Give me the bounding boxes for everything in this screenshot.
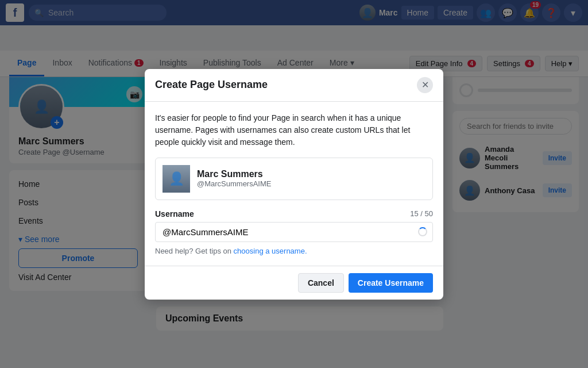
username-label-row: Username 15 / 50: [155, 209, 433, 218]
modal-header: Create Page Username ✕: [145, 69, 443, 102]
username-input[interactable]: [155, 222, 433, 242]
cancel-button[interactable]: Cancel: [298, 273, 344, 293]
create-username-button[interactable]: Create Username: [349, 273, 433, 293]
page-preview-info: Marc Summers @MarcSummersAIME: [197, 169, 272, 188]
modal-overlay[interactable]: Create Page Username ✕ It's easier for p…: [0, 0, 588, 340]
modal-close-button[interactable]: ✕: [417, 77, 433, 93]
username-spinner: [418, 227, 427, 236]
username-char-count: 15 / 50: [410, 209, 433, 218]
page-preview-avatar: 👤: [163, 165, 190, 193]
page-preview-handle: @MarcSummersAIME: [197, 179, 272, 188]
modal-title: Create Page Username: [155, 79, 268, 91]
page-preview-avatar-image: 👤: [163, 165, 190, 193]
modal-footer: Cancel Create Username: [145, 266, 443, 300]
modal-description: It's easier for people to find your Page…: [155, 112, 433, 148]
username-field-label: Username: [155, 209, 194, 218]
create-username-modal: Create Page Username ✕ It's easier for p…: [145, 69, 443, 300]
page-preview: 👤 Marc Summers @MarcSummersAIME: [155, 158, 433, 200]
modal-body: It's easier for people to find your Page…: [145, 102, 443, 266]
page-preview-name: Marc Summers: [197, 169, 272, 179]
username-help-text: Need help? Get tips on choosing a userna…: [155, 247, 433, 255]
username-input-wrap: [155, 222, 433, 242]
choosing-username-link[interactable]: choosing a username.: [234, 247, 307, 255]
